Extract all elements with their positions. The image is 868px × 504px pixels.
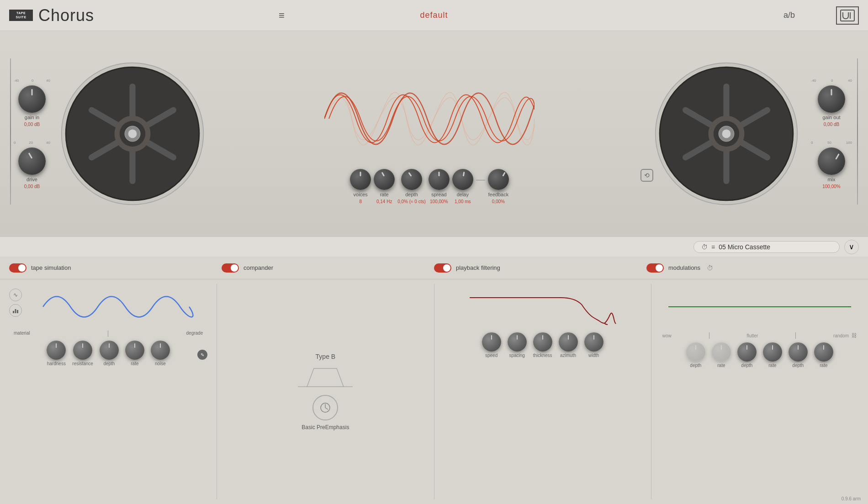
rate-knob[interactable] [374, 169, 395, 190]
spread-value: 100,00% [430, 199, 448, 204]
preset-clock-icon: ⏱ [701, 243, 708, 251]
left-reel-container [59, 31, 206, 236]
preset-name-display[interactable]: default [420, 10, 448, 20]
preset-list-icon: ≡ [711, 243, 715, 251]
ab-button[interactable]: a/b [783, 10, 795, 20]
link-icon[interactable]: ⟲ [640, 169, 653, 182]
azimuth-knob[interactable] [559, 332, 578, 352]
voices-knob[interactable] [350, 169, 371, 190]
depth-label: depth [405, 192, 418, 197]
right-reel-container [653, 31, 799, 236]
basic-preemphasis-label: Basic PreEmphasis [302, 424, 349, 430]
speed-label: speed [485, 353, 498, 358]
playback-filter-graph [444, 289, 642, 325]
tape-suite-badge: TAPE SUITE [9, 10, 33, 21]
preset-chevron-button[interactable]: ∨ [844, 240, 859, 254]
spread-group: spread 100,00% [429, 169, 450, 204]
playback-filtering-toggle[interactable] [434, 263, 451, 273]
mix-knob[interactable] [818, 147, 845, 175]
mix-label: mix [827, 177, 835, 182]
spread-knob[interactable] [429, 169, 450, 190]
wow-depth-label: depth [690, 363, 701, 368]
ts-depth-knob[interactable] [100, 341, 119, 360]
feedback-value: 0,00% [492, 199, 505, 204]
compander-panel: Type B Basic PreEmphasis [217, 284, 434, 499]
depth-group: depth 0,0% (≈ 0 cts) [397, 169, 426, 204]
logo-area: TAPE SUITE Chorus [9, 6, 94, 25]
right-controls: -40040 gain out 0,00 dB 050100 mix 100,0… [799, 31, 863, 236]
flutter-depth-group: depth [737, 342, 757, 368]
gain-in-label: gain in [25, 115, 39, 120]
sine-wave-icon[interactable]: ∿ [9, 289, 22, 301]
azimuth-label: azimuth [560, 353, 576, 358]
drive-group: 02040 drive 0,00 dB [14, 141, 50, 189]
compander-toggle-area: compander [222, 263, 434, 273]
svg-rect-31 [17, 310, 18, 313]
drive-value: 0,00 dB [24, 184, 40, 189]
version-text: 0.9.6 arm [842, 496, 861, 501]
resistance-knob[interactable] [73, 341, 92, 360]
modulations-knobs: depth rate depth rate [661, 342, 859, 368]
wow-depth-knob[interactable] [686, 342, 705, 362]
random-rate-knob[interactable] [814, 342, 833, 362]
chain-link-icon[interactable]: ⛓ [852, 332, 857, 339]
ts-rate-knob[interactable] [125, 341, 144, 360]
random-depth-knob[interactable] [789, 342, 808, 362]
random-label: random [833, 333, 849, 338]
bar-chart-icon[interactable] [9, 304, 22, 317]
preset-bar-inner: ⏱ ≡ 05 Micro Cassette [693, 241, 840, 253]
pf-width-knob[interactable] [584, 332, 603, 352]
main-area: -40040 gain in 0,00 dB 02040 drive 0,00 … [0, 31, 868, 236]
flutter-rate-knob[interactable] [763, 342, 782, 362]
pf-width-group: width [584, 332, 603, 358]
flutter-depth-knob[interactable] [737, 342, 757, 362]
tape-sim-graph [25, 289, 207, 325]
feedback-separator: — [476, 169, 485, 190]
drive-knob[interactable] [18, 147, 46, 175]
gain-out-knob[interactable] [818, 85, 845, 113]
feedback-label: feedback [488, 192, 508, 197]
app-title: Chorus [38, 6, 94, 25]
thickness-label: thickness [533, 353, 552, 358]
playback-filtering-toggle-area: playback filtering [434, 263, 646, 273]
gain-out-label: gain out [822, 115, 840, 120]
delay-group: delay 1,00 ms [452, 169, 473, 204]
rate-label: rate [380, 192, 389, 197]
left-controls: -40040 gain in 0,00 dB 02040 drive 0,00 … [5, 31, 59, 236]
depth-knob[interactable] [400, 168, 423, 191]
compander-knob[interactable] [312, 395, 338, 420]
gain-in-knob[interactable] [18, 85, 46, 113]
center-section: ⟲ voices 8 rate 0,14 Hz depth 0,0% (≈ 0 … [206, 31, 653, 236]
gain-in-group: -40040 gain in 0,00 dB [14, 79, 50, 127]
wow-rate-knob[interactable] [712, 342, 731, 362]
tape-simulation-label: tape simulation [31, 264, 71, 271]
tape-simulation-toggle[interactable] [9, 263, 26, 273]
spacing-knob[interactable] [508, 332, 527, 352]
compander-display: Type B Basic PreEmphasis [298, 353, 353, 430]
hardness-label: hardness [47, 361, 66, 366]
bottom-panel: ⏱ ≡ 05 Micro Cassette ∨ tape simulation … [0, 236, 868, 504]
feedback-knob[interactable] [488, 169, 509, 190]
preset-bar-name[interactable]: 05 Micro Cassette [719, 243, 832, 251]
delay-knob[interactable] [450, 167, 475, 191]
azimuth-group: azimuth [559, 332, 578, 358]
material-label: material [14, 331, 30, 337]
thickness-knob[interactable] [533, 332, 552, 352]
ts-depth-group: depth [100, 341, 119, 366]
noise-knob[interactable] [151, 341, 170, 360]
hardness-knob[interactable] [47, 341, 66, 360]
playback-filtering-panel: speed spacing thickness azimuth width [434, 284, 651, 499]
sections-toggle-row: tape simulation compander playback filte… [0, 257, 868, 279]
speed-knob[interactable] [482, 332, 501, 352]
modulations-graph [661, 289, 859, 325]
spacing-group: spacing [508, 332, 527, 358]
compander-toggle[interactable] [222, 263, 239, 273]
compander-label: compander [243, 264, 273, 271]
hamburger-menu[interactable]: ≡ [279, 10, 285, 21]
sections-content: ∿ mater [0, 279, 868, 504]
modulations-toggle[interactable] [646, 263, 664, 273]
modulations-clock-icon: ⏱ [707, 264, 713, 272]
random-rate-label: rate [820, 363, 827, 368]
hardness-group: hardness [47, 341, 66, 366]
flutter-rate-group: rate [763, 342, 782, 368]
